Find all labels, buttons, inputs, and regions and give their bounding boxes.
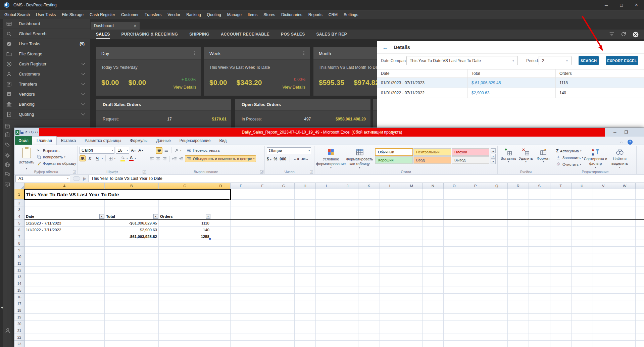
sheet-cell-S20[interactable] [529,320,550,327]
period-select[interactable]: 2 ▼ [539,56,572,65]
date-compare-select[interactable]: This Year To Date VS Last Year To Date ▼ [406,56,518,65]
sheet-cell-B21[interactable] [105,327,159,334]
sheet-cell-R16[interactable] [508,294,529,300]
row-header-21[interactable]: 21 [14,327,24,334]
sheet-cell-G3[interactable] [273,206,295,213]
sheet-cell-D19[interactable] [211,314,231,320]
row-header-3[interactable]: 3 [14,206,24,213]
sort-filter-button[interactable]: АЯСортировка и фильтр ▾ [584,147,607,169]
details-table-row[interactable]: 01/01/2023 - 07/11/2023$-61,006,829.4511… [377,78,644,88]
sheet-cell-G5[interactable] [273,220,295,227]
sheet-cell-M10[interactable] [401,253,423,260]
sheet-cell-F17[interactable] [252,300,274,307]
sheet-cell-T17[interactable] [550,300,572,307]
sheet-cell-T11[interactable] [550,260,572,267]
sheet-cell-F1[interactable] [252,189,274,200]
subtab-sales[interactable]: SALES [96,30,110,39]
sheet-cell-E21[interactable] [231,327,252,334]
filter-icon[interactable] [609,31,615,38]
sheet-cell-M5[interactable] [401,220,423,227]
sheet-cell-G15[interactable] [273,287,295,294]
align-middle-icon[interactable] [156,147,162,154]
sheet-cell-A19[interactable] [24,314,105,320]
sheet-cell-C2[interactable] [159,200,211,206]
sheet-cell-T13[interactable] [550,274,572,280]
sheet-cell-T16[interactable] [550,294,572,300]
column-header-T[interactable]: T [550,183,572,189]
sheet-cell-G20[interactable] [273,320,295,327]
sheet-cell-B11[interactable] [105,260,159,267]
font-size-select[interactable]: 16▾ [116,147,129,154]
dialog-launcher-icon[interactable]: ◿ [73,170,76,174]
sheet-cell-B5[interactable]: -$61,006,829.45 [105,220,159,227]
sheet-cell-S7[interactable] [529,233,550,240]
dialog-launcher-icon[interactable]: ◿ [260,170,263,174]
sheet-cell-E14[interactable] [231,280,252,287]
sidebar-collapse-icon[interactable]: ◄ [0,306,3,309]
sheet-cell-T21[interactable] [550,327,572,334]
sheet-cell-I17[interactable] [316,300,337,307]
row-header-8[interactable]: 8 [14,240,24,247]
sheet-cell-K16[interactable] [358,294,380,300]
sheet-cell-J22[interactable] [337,334,359,341]
sheet-cell-T8[interactable] [550,240,572,247]
row-header-6[interactable]: 6 [14,227,24,233]
column-header-W[interactable]: W [614,183,636,189]
sheet-cell-E7[interactable] [231,233,252,240]
sheet-cell-U22[interactable] [572,334,593,341]
sheet-cell-I23[interactable] [316,341,337,347]
sheet-cell-S15[interactable] [529,287,550,294]
sheet-cell-D20[interactable] [211,320,231,327]
sheet-cell-F23[interactable] [252,341,274,347]
sheet-cell-L19[interactable] [380,314,401,320]
sheet-cell-D5[interactable] [211,220,231,227]
sheet-cell-G1[interactable] [273,189,295,200]
sheet-cell-I10[interactable] [316,253,337,260]
sheet-cell-I18[interactable] [316,307,337,314]
sheet-cell-G18[interactable] [273,307,295,314]
row-header-11[interactable]: 11 [14,260,24,267]
sheet-cell-F16[interactable] [252,294,274,300]
sheet-cell-L4[interactable] [380,213,401,220]
back-arrow-icon[interactable]: ← [382,44,388,50]
sheet-cell-W2[interactable] [614,200,636,206]
sheet-cell-R13[interactable] [508,274,529,280]
insert-cells-button[interactable]: Вставить▾ [500,147,517,163]
sheet-cell-T22[interactable] [550,334,572,341]
sheet-cell-V8[interactable] [593,240,614,247]
sheet-cell-L16[interactable] [380,294,401,300]
sheet-cell-C19[interactable] [159,314,211,320]
fill-button[interactable]: Заполнить▾ [556,155,583,160]
sheet-cell-N5[interactable] [423,220,444,227]
sheet-cell-P20[interactable] [465,320,487,327]
sidebar-item-user-tasks[interactable]: User Tasks(9) [0,39,90,49]
sheet-cell-Q8[interactable] [486,240,508,247]
sheet-cell-A15[interactable] [24,287,105,294]
search-button[interactable]: SEARCH [579,56,599,65]
tab-dashboard[interactable]: Dashboard × [91,22,140,30]
kebab-menu-icon[interactable] [301,51,306,56]
sheet-cell-D16[interactable] [211,294,231,300]
sheet-cell-V22[interactable] [593,334,614,341]
sheet-cell-H22[interactable] [295,334,316,341]
sheet-cell-P23[interactable] [465,341,487,347]
sheet-cell-L14[interactable] [380,280,401,287]
sheet-cell-U2[interactable] [572,200,593,206]
sheet-cell-R5[interactable] [508,220,529,227]
sheet-cell-O13[interactable] [444,274,465,280]
sheet-cell-K20[interactable] [358,320,380,327]
sheet-cell-D10[interactable] [211,253,231,260]
sheet-cell-U17[interactable] [572,300,593,307]
sheet-cell-D17[interactable] [211,300,231,307]
sheet-cell-B23[interactable] [105,341,159,347]
sheet-cell-M18[interactable] [401,307,423,314]
sheet-cell-W17[interactable] [614,300,636,307]
sheet-cell-W9[interactable] [614,247,636,253]
fill-color-button[interactable] [120,155,125,161]
menu-item-customer[interactable]: Customer [118,10,142,19]
sheet-cell-E20[interactable] [231,320,252,327]
sheet-cell-J15[interactable] [337,287,359,294]
sheet-cell-I13[interactable] [316,274,337,280]
sheet-cell-K2[interactable] [358,200,380,206]
sheet-cell-B20[interactable] [105,320,159,327]
